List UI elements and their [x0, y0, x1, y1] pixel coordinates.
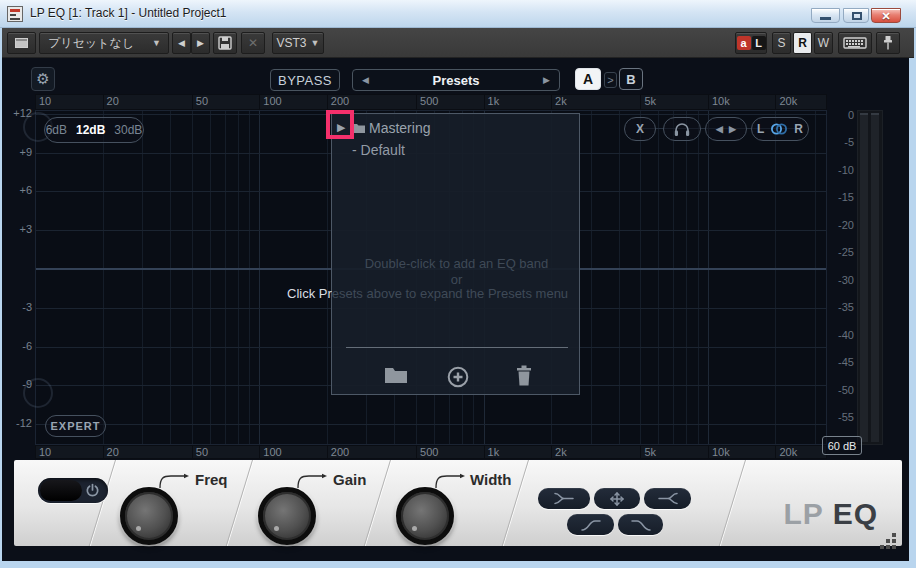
shelf-right-button[interactable] [644, 488, 691, 509]
gain-label-connector [296, 470, 330, 490]
frequency-scale-top [35, 94, 827, 110]
range-30db-option[interactable]: 30dB [114, 123, 142, 137]
settings-button[interactable]: ⚙ [31, 67, 55, 91]
gain-knob[interactable] [258, 487, 316, 545]
high-cut-button[interactable] [618, 514, 663, 535]
low-cut-button[interactable] [567, 514, 614, 535]
window-title: LP EQ [1: Track 1] - Untitled Project1 [30, 6, 227, 20]
close-button[interactable]: ✕ [871, 8, 901, 23]
headphones-icon [673, 122, 691, 137]
preset-selector[interactable]: プリセットなし ▼ [39, 32, 169, 54]
popup-hint-line1: Double-click to add an EQ band [332, 256, 581, 271]
popup-divider [346, 347, 568, 348]
write-automation-button[interactable]: W [814, 32, 833, 54]
peak-band-button[interactable] [594, 488, 640, 509]
save-preset-button[interactable] [213, 32, 237, 54]
db-range-selector[interactable]: 6dB 12dB 30dB [44, 117, 144, 143]
popup-open-folder-button[interactable] [384, 366, 408, 389]
title-bar[interactable]: LP EQ [1: Track 1] - Untitled Project1 ✕ [0, 0, 916, 28]
automation-a-badge: a [737, 36, 751, 50]
read-automation-button[interactable]: R [793, 32, 812, 54]
minimize-icon [820, 17, 831, 20]
gear-icon: ⚙ [36, 70, 49, 88]
annotation-highlight-rect [326, 110, 354, 139]
channel-mode-selector[interactable]: L R [751, 117, 809, 141]
presets-prev-icon[interactable]: ◀ [362, 75, 369, 85]
left-channel-label[interactable]: L [757, 122, 764, 136]
automation-indicator[interactable]: a L [735, 32, 767, 54]
band-nav-buttons[interactable]: ◀ ▶ [705, 117, 747, 141]
width-knob[interactable] [396, 487, 454, 545]
range-12db-option-selected[interactable]: 12dB [76, 123, 105, 137]
maximize-icon [852, 12, 862, 20]
listen-button[interactable] [663, 117, 701, 141]
low-cut-icon [580, 517, 602, 533]
virtual-keyboard-button[interactable] [838, 32, 872, 54]
hint-faint-part: esets above to expand the Presets menu [332, 286, 568, 301]
eq-band-handle[interactable] [23, 378, 53, 408]
folder-icon [384, 366, 408, 385]
plugin-window: LP EQ [1: Track 1] - Untitled Project1 ✕… [0, 0, 916, 568]
next-preset-button[interactable]: ▶ [191, 32, 210, 54]
high-cut-icon [630, 517, 652, 533]
popup-hint-line3: Click Presets above to expand the Preset… [287, 286, 568, 301]
vst-label: VST3 [277, 36, 307, 50]
ab-compare-b-button[interactable]: B [619, 68, 643, 90]
dropdown-arrow-icon: ▼ [152, 38, 161, 48]
plugin-menu-button[interactable] [7, 32, 36, 54]
presets-bar[interactable]: ◀ Presets ▶ [352, 69, 560, 91]
high-shelf-icon [656, 491, 680, 506]
power-toggle[interactable] [38, 478, 108, 503]
presets-next-icon[interactable]: ▶ [543, 75, 550, 85]
toggle-slider[interactable] [40, 480, 82, 501]
range-6db-option[interactable]: 6dB [46, 123, 67, 137]
next-band-icon[interactable]: ▶ [729, 124, 736, 134]
presets-label[interactable]: Presets [433, 73, 480, 88]
clear-bands-button[interactable]: X [624, 117, 656, 141]
meter-bar-right [871, 113, 879, 442]
keyboard-icon [843, 37, 867, 49]
meter-peak-left [860, 113, 868, 115]
hint-bright-part: Click Pr [287, 286, 332, 301]
power-icon [85, 483, 100, 498]
ab-compare-a-button[interactable]: A [575, 68, 601, 90]
minimize-button[interactable] [811, 8, 840, 23]
meter-range-button[interactable]: 60 dB [822, 436, 862, 455]
knob-indicator-dot [136, 526, 141, 531]
prev-band-icon[interactable]: ◀ [716, 124, 723, 134]
gain-knob-label: Gain [333, 471, 366, 488]
maximize-button[interactable] [843, 8, 869, 23]
freq-label-connector [158, 470, 192, 490]
popup-add-preset-button[interactable] [447, 366, 469, 392]
prev-preset-button[interactable]: ◀ [172, 32, 191, 54]
save-icon [218, 36, 232, 50]
expert-mode-button[interactable]: EXPERT [45, 415, 106, 437]
solo-button[interactable]: S [772, 32, 791, 54]
popup-folder-mastering[interactable]: Mastering [369, 120, 430, 136]
plugin-logo: LP EQ [760, 497, 878, 531]
level-meter [857, 110, 883, 445]
logo-lp: LP [784, 497, 824, 530]
automation-l-badge: L [752, 36, 766, 50]
bypass-button[interactable]: BYPASS [270, 69, 340, 91]
frequency-scale-bottom [35, 445, 827, 459]
meter-peak-right [871, 113, 879, 115]
popup-preset-default[interactable]: - Default [352, 142, 405, 158]
preset-name: プリセットなし [48, 35, 134, 52]
right-channel-label[interactable]: R [794, 122, 803, 136]
peak-icon [609, 491, 625, 507]
vst-version-button[interactable]: VST3 ▼ [272, 32, 324, 54]
shelf-left-button[interactable] [538, 488, 590, 509]
remove-preset-button[interactable]: ✕ [241, 32, 265, 54]
pin-icon [882, 35, 894, 51]
presets-popup: ▶ Mastering - Default Double-click to ad… [331, 113, 580, 395]
logo-eq: EQ [833, 497, 878, 530]
meter-bar-left [860, 113, 868, 442]
always-on-top-button[interactable] [876, 32, 900, 54]
freq-knob-label: Freq [195, 471, 228, 488]
dropdown-arrow-icon: ▼ [311, 38, 320, 48]
freq-knob[interactable] [120, 487, 178, 545]
ab-copy-button[interactable]: > [604, 72, 617, 88]
popup-delete-preset-button[interactable] [515, 365, 533, 390]
stereo-link-icon [770, 122, 788, 136]
